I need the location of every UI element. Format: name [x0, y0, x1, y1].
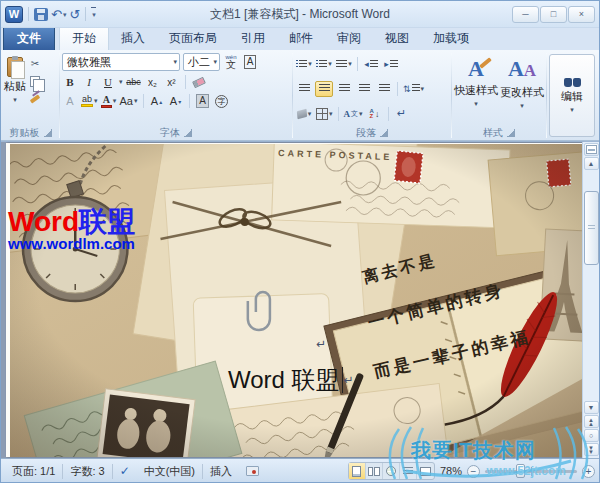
chevron-down-icon[interactable]: ▾	[213, 58, 217, 66]
chevron-down-icon[interactable]: ▾	[328, 60, 332, 68]
chevron-down-icon[interactable]: ▾	[113, 97, 117, 105]
quick-styles-button[interactable]: A 快速样式 ▾	[454, 53, 498, 125]
text-highlight-button[interactable]: ab▾	[81, 93, 98, 109]
word-count[interactable]: 字数: 3	[63, 464, 111, 479]
ruler-toggle-button[interactable]	[584, 143, 599, 156]
font-color-button[interactable]: A▾	[101, 93, 117, 109]
macro-record-button[interactable]	[239, 466, 266, 476]
underline-button[interactable]: U	[100, 74, 116, 90]
increase-indent-button[interactable]: ▸	[382, 56, 400, 72]
tab-insert[interactable]: 插入	[109, 27, 157, 50]
clear-formatting-button[interactable]	[191, 74, 207, 90]
change-case-button[interactable]: Aa▾	[120, 93, 138, 109]
bold-button[interactable]: B	[62, 74, 78, 90]
spell-check-status[interactable]: ✓	[113, 464, 137, 478]
enclose-characters-button[interactable]: 字	[214, 93, 230, 109]
character-shading-button[interactable]: A	[195, 93, 211, 109]
copy-button[interactable]	[26, 73, 44, 89]
chevron-down-icon[interactable]: ▾	[173, 58, 177, 66]
format-painter-button[interactable]	[26, 91, 44, 107]
font-size-combo[interactable]: 小二▾	[183, 53, 220, 71]
customize-qat-button[interactable]: ▾	[91, 7, 96, 21]
insert-mode[interactable]: 插入	[203, 464, 239, 479]
subscript-button[interactable]: x₂	[145, 74, 161, 90]
editing-button[interactable]: 编辑 ▾	[549, 54, 595, 137]
line-spacing-button[interactable]: ⇅▾	[402, 81, 425, 97]
align-center-button[interactable]	[315, 81, 333, 97]
restore-button[interactable]: □	[540, 6, 567, 23]
print-layout-view-button[interactable]	[349, 463, 366, 479]
justify-button[interactable]	[355, 81, 373, 97]
chevron-down-icon[interactable]: ▾	[359, 110, 363, 118]
strikethrough-button[interactable]: abc	[126, 74, 142, 90]
close-button[interactable]: ×	[568, 6, 595, 23]
zoom-level[interactable]: 78%	[440, 465, 462, 477]
chevron-down-icon[interactable]: ▾	[94, 97, 98, 105]
document-body-text[interactable]: Word 联盟↵	[228, 364, 354, 396]
dialog-launcher-font[interactable]	[184, 129, 192, 137]
grow-font-button[interactable]: A▴	[149, 93, 165, 109]
minimize-button[interactable]: ─	[512, 6, 539, 23]
redo-button[interactable]: ↺	[69, 8, 80, 21]
tab-review[interactable]: 审阅	[325, 27, 373, 50]
zoom-slider-thumb[interactable]	[516, 464, 525, 478]
tab-view[interactable]: 视图	[373, 27, 421, 50]
chevron-down-icon[interactable]: ▾	[134, 97, 138, 105]
chevron-down-icon[interactable]: ▾	[308, 110, 312, 118]
multilevel-list-button[interactable]: ▾	[335, 56, 353, 72]
dialog-launcher-clipboard[interactable]	[44, 129, 52, 137]
page-indicator[interactable]: 页面: 1/1	[5, 464, 62, 479]
shading-button[interactable]: ▾	[295, 106, 313, 122]
save-icon[interactable]	[34, 8, 48, 21]
chevron-down-icon[interactable]: ▾	[520, 102, 524, 110]
undo-button[interactable]: ↶▾	[51, 8, 66, 21]
chevron-down-icon[interactable]: ▾	[329, 110, 333, 118]
decrease-indent-button[interactable]: ◂	[362, 56, 380, 72]
next-page-button[interactable]: ▼▼	[584, 443, 599, 456]
distribute-button[interactable]	[375, 81, 393, 97]
shrink-font-button[interactable]: A▾	[168, 93, 184, 109]
asian-layout-button[interactable]: A文▾	[343, 106, 364, 122]
tab-addins[interactable]: 加载项	[421, 27, 481, 50]
scroll-down-button[interactable]: ▼	[584, 401, 599, 414]
italic-button[interactable]: I	[81, 74, 97, 90]
tab-file[interactable]: 文件	[3, 26, 55, 50]
chevron-down-icon[interactable]: ▾	[348, 60, 352, 68]
scrollbar-thumb[interactable]	[584, 191, 599, 265]
select-browse-object-button[interactable]: ○	[584, 429, 599, 442]
align-right-button[interactable]	[335, 81, 353, 97]
font-name-combo[interactable]: 微软雅黑▾	[62, 53, 180, 71]
chevron-down-icon[interactable]: ▾	[13, 96, 17, 104]
numbering-button[interactable]: ▾	[315, 56, 333, 72]
word-app-icon[interactable]: W	[5, 6, 23, 23]
character-border-button[interactable]: A	[242, 54, 258, 70]
previous-page-button[interactable]: ▲▲	[584, 415, 599, 428]
pinyin-button[interactable]: A	[62, 93, 78, 109]
full-screen-reading-button[interactable]	[366, 463, 383, 479]
sort-button[interactable]: AZ↓	[366, 106, 384, 122]
web-layout-button[interactable]	[383, 463, 400, 479]
paste-button[interactable]: 粘贴 ▾	[4, 53, 26, 125]
scrollbar-track[interactable]	[584, 171, 599, 401]
dialog-launcher-styles[interactable]	[507, 129, 515, 137]
show-hide-marks-button[interactable]: ↵	[393, 106, 411, 122]
zoom-slider[interactable]	[485, 464, 577, 478]
cut-button[interactable]: ✂	[26, 55, 44, 71]
document-page[interactable]: CARTE POSTALE Word联盟 www.wordlm.com 离去不是…	[6, 143, 582, 457]
language-status[interactable]: 中文(中国)	[137, 464, 202, 479]
chevron-down-icon[interactable]: ▾	[63, 8, 67, 21]
tab-references[interactable]: 引用	[229, 27, 277, 50]
chevron-down-icon[interactable]: ▾	[474, 100, 478, 108]
tab-mailings[interactable]: 邮件	[277, 27, 325, 50]
align-left-button[interactable]	[295, 81, 313, 97]
chevron-down-icon[interactable]: ▾	[421, 85, 425, 93]
outline-view-button[interactable]	[400, 463, 417, 479]
zoom-in-button[interactable]: +	[582, 465, 595, 478]
superscript-button[interactable]: x²	[164, 74, 180, 90]
change-styles-button[interactable]: AA 更改样式 ▾	[500, 53, 544, 125]
chevron-down-icon[interactable]: ▾	[119, 78, 123, 86]
tab-home[interactable]: 开始	[59, 26, 109, 50]
zoom-out-button[interactable]: −	[467, 465, 480, 478]
chevron-down-icon[interactable]: ▾	[308, 60, 312, 68]
phonetic-guide-button[interactable]: wén文	[223, 54, 239, 70]
